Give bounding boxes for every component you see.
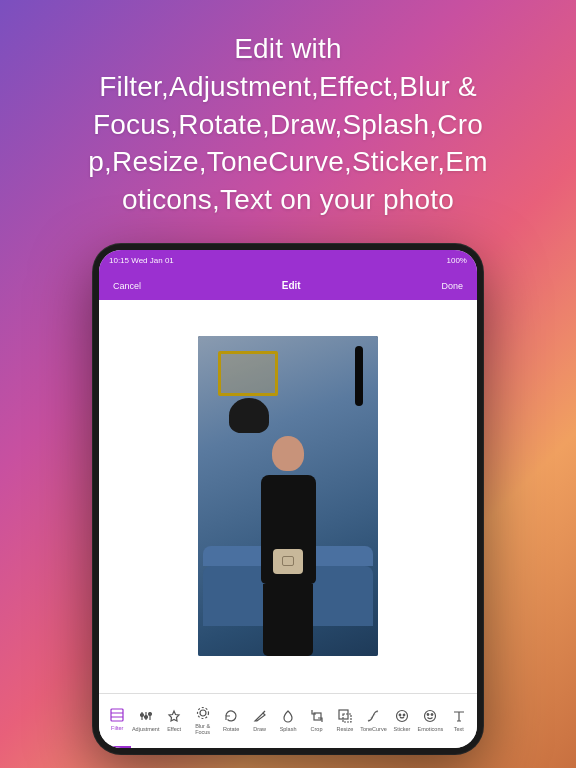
figure xyxy=(233,406,343,656)
tool-emoticons[interactable]: Emoticons xyxy=(416,694,444,748)
draw-label: Draw xyxy=(253,727,266,733)
resize-label: Resize xyxy=(337,727,354,733)
effect-label: Effect xyxy=(167,727,181,733)
tool-tonecurve[interactable]: ToneCurve xyxy=(359,694,387,748)
tool-text[interactable]: Text xyxy=(445,694,473,748)
cancel-button[interactable]: Cancel xyxy=(113,281,141,291)
svg-rect-0 xyxy=(111,709,123,721)
tool-adjustment[interactable]: Adjustment xyxy=(131,694,159,748)
splash-label: Splash xyxy=(280,727,297,733)
nav-bar: Cancel Edit Done xyxy=(99,272,477,300)
tool-draw[interactable]: Draw xyxy=(245,694,273,748)
svg-point-19 xyxy=(432,714,434,716)
rotate-icon xyxy=(224,709,238,725)
status-battery: 100% xyxy=(447,256,467,265)
svg-point-18 xyxy=(428,714,430,716)
tool-effect[interactable]: Effect xyxy=(160,694,188,748)
svg-point-4 xyxy=(144,716,147,719)
tablet-frame: 10:15 Wed Jan 01 100% Cancel Edit Done xyxy=(93,244,483,754)
svg-point-15 xyxy=(399,714,401,716)
svg-point-16 xyxy=(403,714,405,716)
tonecurve-label: ToneCurve xyxy=(360,727,387,733)
crop-label: Crop xyxy=(311,727,323,733)
sticker-icon xyxy=(395,709,409,725)
photo-area xyxy=(99,300,477,693)
tool-resize[interactable]: Resize xyxy=(331,694,359,748)
photo-placeholder xyxy=(198,336,378,656)
adjustment-icon xyxy=(139,709,153,725)
blur-label: Blur & Focus xyxy=(188,724,216,735)
status-time: 10:15 Wed Jan 01 xyxy=(109,256,174,265)
done-button[interactable]: Done xyxy=(441,281,463,291)
tool-filter[interactable]: Filter xyxy=(103,694,131,748)
header-text: Edit with Filter,Adjustment,Effect,Blur … xyxy=(68,0,508,239)
tablet-screen: 10:15 Wed Jan 01 100% Cancel Edit Done xyxy=(99,250,477,748)
tool-blur-focus[interactable]: Blur & Focus xyxy=(188,694,216,748)
filter-label: Filter xyxy=(111,726,123,732)
crop-icon xyxy=(310,709,324,725)
splash-icon xyxy=(281,709,295,725)
tool-rotate[interactable]: Rotate xyxy=(217,694,245,748)
tonecurve-icon xyxy=(366,709,380,725)
svg-point-17 xyxy=(425,711,436,722)
status-bar: 10:15 Wed Jan 01 100% xyxy=(99,250,477,272)
resize-icon xyxy=(338,709,352,725)
effect-icon xyxy=(167,709,181,725)
svg-point-7 xyxy=(200,710,206,716)
tool-sticker[interactable]: Sticker xyxy=(388,694,416,748)
tool-splash[interactable]: Splash xyxy=(274,694,302,748)
svg-point-6 xyxy=(148,713,151,716)
dark-element xyxy=(355,346,363,406)
svg-point-2 xyxy=(140,714,143,717)
nav-title: Edit xyxy=(282,280,301,291)
adjustment-label: Adjustment xyxy=(132,727,160,733)
draw-icon xyxy=(253,709,267,725)
wall-frame xyxy=(218,351,278,396)
emoticons-label: Emoticons xyxy=(418,727,444,733)
rotate-label: Rotate xyxy=(223,727,239,733)
blur-icon xyxy=(196,706,210,722)
text-label: Text xyxy=(454,727,464,733)
svg-line-9 xyxy=(263,711,265,713)
filter-icon xyxy=(110,708,124,724)
emoticons-icon xyxy=(423,709,437,725)
svg-rect-12 xyxy=(343,714,351,722)
tool-crop[interactable]: Crop xyxy=(302,694,330,748)
svg-point-8 xyxy=(197,708,208,719)
sticker-label: Sticker xyxy=(394,727,411,733)
tablet-container: 10:15 Wed Jan 01 100% Cancel Edit Done xyxy=(93,244,483,754)
toolbar: Filter Adjustment xyxy=(99,693,477,748)
text-icon xyxy=(452,709,466,725)
svg-point-14 xyxy=(396,711,407,722)
